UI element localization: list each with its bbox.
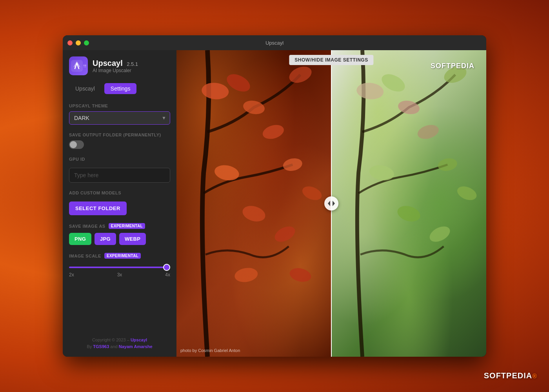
app-title-group: Upscayl 2.5.1 AI Image Upscaler	[93, 59, 138, 73]
and-text: and	[109, 344, 118, 349]
experimental-badge-1: EXPERIMENTAL	[109, 223, 145, 229]
toggle-knob	[70, 141, 77, 148]
minimize-button[interactable]	[76, 40, 81, 45]
format-webp-button[interactable]: WEBP	[119, 233, 146, 245]
toggle-row	[69, 140, 170, 149]
close-button[interactable]	[67, 40, 73, 45]
gpu-id-label: GPU ID	[69, 157, 170, 162]
select-folder-button[interactable]: SELECT FOLDER	[69, 201, 127, 215]
show-hide-button[interactable]: SHOW/HIDE IMAGE SETTINGS	[289, 55, 373, 65]
footer: Copyright © 2023 – Upscayl By TGS963 and…	[69, 330, 170, 350]
theme-section: UPSCAYL THEME DARK LIGHT SYSTEM ▼	[69, 103, 170, 132]
theme-label: UPSCAYL THEME	[69, 103, 170, 108]
save-output-label: SAVE OUTPUT FOLDER (PERMANENTLY)	[69, 132, 170, 137]
custom-models-section: ADD CUSTOM MODELS SELECT FOLDER	[69, 191, 170, 215]
app-link[interactable]: Upscayl	[131, 338, 147, 342]
app-icon	[69, 56, 88, 75]
main-content: Upscayl 2.5.1 AI Image Upscaler Upscayl …	[63, 50, 486, 357]
scale-min-label: 2x	[69, 272, 74, 278]
app-header: Upscayl 2.5.1 AI Image Upscaler	[69, 56, 170, 75]
scale-max-label: 4x	[165, 272, 170, 278]
image-panel: SHOW/HIDE IMAGE SETTINGS	[176, 50, 486, 357]
nav-tabs: Upscayl Settings	[69, 83, 170, 94]
gpu-id-section: GPU ID	[69, 157, 170, 183]
photo-credit: photo by Cosmin Gabriel Anton	[180, 348, 240, 353]
image-scale-label: IMAGE SCALE	[69, 254, 101, 258]
scale-slider[interactable]	[69, 267, 170, 268]
softpedia-watermark: SOFTPEDIA	[431, 62, 474, 70]
copyright-text: Copyright © 2023 –	[92, 338, 131, 342]
upscaled-image: SOFTPEDIA	[331, 50, 486, 357]
image-scale-section: IMAGE SCALE EXPERIMENTAL 2x 3x 4x	[69, 253, 170, 278]
image-divider-handle[interactable]	[324, 196, 338, 211]
leaf-background-left	[176, 50, 331, 357]
image-container: photo by Cosmin Gabriel Anton	[176, 50, 486, 357]
traffic-lights	[67, 40, 89, 45]
save-output-toggle[interactable]	[69, 140, 84, 149]
format-buttons: PNG JPG WEBP	[69, 233, 170, 245]
scale-slider-wrapper: 2x 3x 4x	[69, 263, 170, 278]
leaf-background-right	[331, 50, 486, 357]
app-version: 2.5.1	[127, 61, 138, 67]
save-image-section: SAVE IMAGE AS EXPERIMENTAL PNG JPG WEBP	[69, 223, 170, 245]
format-png-button[interactable]: PNG	[69, 233, 91, 245]
save-image-label: SAVE IMAGE AS	[69, 224, 105, 229]
maximize-button[interactable]	[84, 40, 89, 45]
footer-line1: Copyright © 2023 – Upscayl	[69, 337, 170, 344]
footer-line2: By TGS963 and Nayam Amarshe	[69, 343, 170, 350]
format-jpg-button[interactable]: JPG	[95, 233, 116, 245]
author2-link[interactable]: Nayam Amarshe	[119, 344, 153, 349]
custom-models-label: ADD CUSTOM MODELS	[69, 191, 170, 195]
svg-marker-23	[328, 201, 330, 206]
tab-settings[interactable]: Settings	[104, 83, 137, 94]
author1-link[interactable]: TGS963	[93, 344, 109, 349]
titlebar: Upscayl	[63, 35, 486, 50]
original-image: photo by Cosmin Gabriel Anton	[176, 50, 331, 357]
theme-select[interactable]: DARK LIGHT SYSTEM	[69, 111, 170, 125]
tab-upscayl[interactable]: Upscayl	[69, 83, 101, 94]
app-subtitle: AI Image Upscaler	[93, 68, 138, 73]
save-output-section: SAVE OUTPUT FOLDER (PERMANENTLY)	[69, 132, 170, 157]
window-title: Upscayl	[265, 40, 284, 46]
scale-mid-label: 3x	[117, 272, 122, 278]
sidebar: Upscayl 2.5.1 AI Image Upscaler Upscayl …	[63, 50, 176, 357]
app-name: Upscayl	[93, 59, 123, 67]
app-title-row: Upscayl 2.5.1	[93, 59, 138, 68]
gpu-id-input[interactable]	[69, 168, 170, 183]
save-image-label-row: SAVE IMAGE AS EXPERIMENTAL	[69, 223, 170, 229]
experimental-badge-2: EXPERIMENTAL	[104, 253, 141, 259]
svg-marker-24	[333, 201, 335, 206]
desktop-softpedia: SOFTPEDIA®	[484, 371, 537, 380]
image-scale-label-row: IMAGE SCALE EXPERIMENTAL	[69, 253, 170, 259]
theme-select-wrapper: DARK LIGHT SYSTEM ▼	[69, 111, 170, 125]
scale-labels: 2x 3x 4x	[69, 272, 170, 278]
by-text: By	[87, 344, 93, 349]
main-window: Upscayl Upscayl 2.5.1	[63, 35, 486, 357]
